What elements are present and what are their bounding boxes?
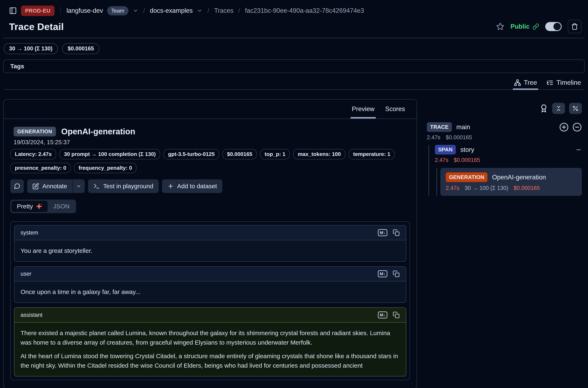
frequency-penalty-badge: frequency_penalty: 0	[74, 163, 136, 173]
messages-container: system M↓ You are a great storyteller.	[10, 221, 410, 380]
trash-icon	[571, 23, 578, 30]
observation-body: GENERATION OpenAI-generation 19/03/2024,…	[4, 119, 417, 388]
message-header-icons: M↓	[378, 312, 400, 318]
copy-icon[interactable]	[393, 270, 400, 277]
delete-trace-button[interactable]	[568, 20, 581, 33]
span-cost: $0.000165	[454, 157, 480, 163]
comment-icon	[14, 183, 20, 190]
breadcrumb-traces[interactable]: Traces	[214, 7, 234, 14]
collapse-all-button[interactable]	[552, 103, 565, 114]
generation-row[interactable]: GENERATION OpenAI-generation	[446, 172, 576, 182]
trace-tree-panel: TRACE main 2.47s $0.000165	[427, 99, 585, 196]
percent-icon	[572, 105, 579, 112]
presence-penalty-badge: presence_penalty: 0	[10, 163, 71, 173]
message-role: assistant	[21, 312, 43, 318]
tree-icon	[514, 79, 521, 86]
markdown-icon[interactable]: M↓	[378, 270, 387, 277]
model-badge: gpt-3.5-turbo-0125	[163, 149, 219, 159]
tags-label: Tags	[10, 63, 24, 70]
annotate-label: Annotate	[42, 183, 67, 190]
star-icon[interactable]	[496, 23, 504, 31]
generation-metrics: 2.47s 30 → 100 (Σ 130) $0.000165	[446, 185, 576, 191]
plus-icon	[167, 183, 174, 190]
add-to-dataset-label: Add to dataset	[177, 183, 217, 190]
top-p-badge: top_p: 1	[260, 149, 290, 159]
playground-label: Test in playground	[103, 183, 153, 190]
trace-row[interactable]: TRACE main	[427, 122, 582, 132]
annotate-button[interactable]: Annotate	[27, 179, 72, 193]
page-title: Trace Detail	[9, 21, 64, 32]
trace-latency: 2.47s	[427, 134, 440, 141]
tab-timeline-label: Timeline	[556, 79, 581, 86]
sidebar-toggle-icon[interactable]	[9, 7, 17, 15]
terminal-icon	[93, 183, 100, 190]
org-chevron-down-icon[interactable]	[133, 8, 138, 14]
message-content: You are a great storyteller.	[14, 240, 406, 261]
trace-type-badge: TRACE	[427, 122, 452, 132]
chevron-down-icon	[76, 184, 81, 189]
tab-scores[interactable]: Scores	[385, 105, 405, 113]
environment-badge: PROD-EU	[21, 5, 54, 16]
span-row[interactable]: SPAN story	[435, 145, 582, 154]
trace-cost: $0.000165	[446, 134, 472, 141]
markdown-icon[interactable]: M↓	[378, 312, 387, 318]
token-detail-badge: 30 prompt → 100 completion (Σ 130)	[59, 149, 160, 159]
copy-icon[interactable]	[393, 312, 400, 318]
comment-button[interactable]	[10, 179, 24, 193]
playground-button[interactable]: Test in playground	[88, 179, 159, 193]
message-assistant: assistant M↓ There existed a majestic pl…	[14, 307, 406, 376]
timeline-icon	[546, 79, 553, 86]
public-toggle[interactable]	[545, 22, 562, 31]
copy-icon[interactable]	[393, 229, 400, 236]
message-header: system M↓	[14, 225, 406, 240]
actions-row: Annotate Test in playground Add to data	[10, 179, 410, 193]
span-type-badge: SPAN	[435, 145, 456, 154]
message-user: user M↓ Once upon a time in a galaxy far…	[14, 266, 406, 303]
observation-card: Preview Scores GENERATION OpenAI-generat…	[3, 99, 417, 388]
expand-all-icon[interactable]	[559, 122, 569, 132]
generation-name: OpenAI-generation	[492, 174, 546, 181]
generation-latency: 2.47s	[446, 185, 459, 191]
generation-type-badge: GENERATION	[446, 172, 487, 182]
collapse-node-icon[interactable]	[575, 146, 582, 153]
message-content: There existed a majestic planet called L…	[14, 323, 406, 376]
span-latency: 2.47s	[435, 157, 448, 163]
markdown-icon[interactable]: M↓	[378, 229, 387, 236]
public-link-button[interactable]: Public	[511, 23, 539, 30]
collapse-all-icon[interactable]	[572, 122, 582, 132]
assistant-paragraph-2: At the heart of Lumina stood the towerin…	[21, 351, 400, 370]
breadcrumb-separator: /	[207, 7, 210, 14]
tree-expand-controls	[559, 122, 582, 132]
trace-name: main	[456, 123, 470, 131]
message-role: user	[21, 271, 31, 277]
metrics-toggle-button[interactable]	[569, 103, 582, 114]
tab-preview[interactable]: Preview	[352, 105, 374, 113]
format-json-option[interactable]: JSON	[48, 201, 75, 212]
breadcrumb-separator: /	[237, 7, 241, 14]
toggle-knob	[553, 23, 561, 30]
message-header-icons: M↓	[378, 229, 400, 236]
active-panel-tab-indicator	[351, 117, 376, 119]
span-metrics: 2.47s $0.000165	[435, 157, 582, 163]
tab-tree[interactable]: Tree	[514, 79, 537, 86]
award-icon[interactable]	[540, 104, 548, 113]
project-chevron-down-icon[interactable]	[197, 8, 203, 14]
breadcrumb-org[interactable]: langfuse-dev	[67, 7, 103, 14]
annotate-dropdown-button[interactable]	[73, 179, 85, 193]
tree-node-trace[interactable]: TRACE main 2.47s $0.000165	[427, 122, 582, 196]
tree-node-span[interactable]: SPAN story 2.47s $0.000165	[435, 145, 582, 196]
span-children: GENERATION OpenAI-generation 2.47s 30 → …	[436, 168, 582, 196]
public-label: Public	[511, 23, 530, 30]
tags-box[interactable]: Tags	[3, 59, 585, 73]
tab-timeline[interactable]: Timeline	[546, 79, 581, 86]
breadcrumb-project[interactable]: docs-examples	[150, 7, 193, 14]
observation-type-badge: GENERATION	[14, 127, 56, 136]
tree-node-generation-selected[interactable]: GENERATION OpenAI-generation 2.47s 30 → …	[440, 168, 582, 196]
cost-badge: $0.000165	[62, 43, 99, 54]
format-pretty-option[interactable]: Pretty	[12, 201, 48, 212]
cost-badge: $0.000165	[223, 149, 257, 159]
view-tabs: Tree Timeline	[3, 79, 585, 90]
fold-vertical-icon	[555, 105, 562, 112]
title-actions: Public	[496, 20, 581, 33]
add-to-dataset-button[interactable]: Add to dataset	[162, 179, 222, 193]
